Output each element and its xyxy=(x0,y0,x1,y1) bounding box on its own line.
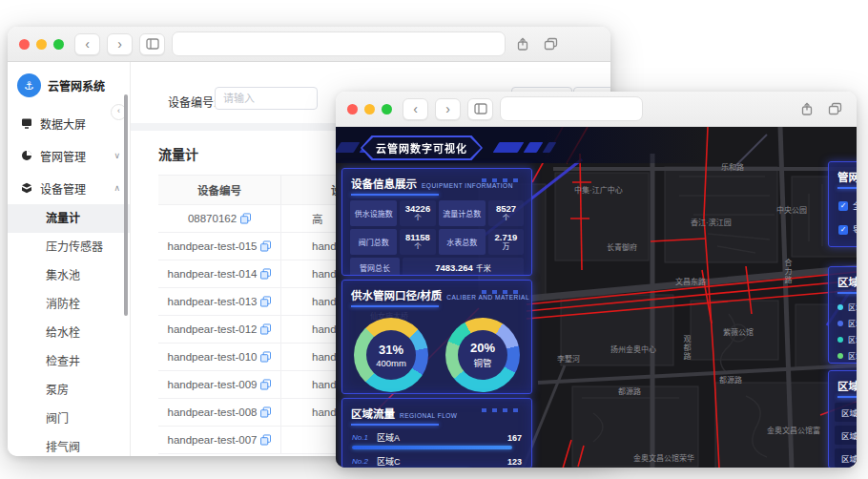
device-id: handpear-test-013 xyxy=(168,296,258,307)
stat-label: 流量计总数 xyxy=(439,200,486,226)
address-bar[interactable] xyxy=(172,31,506,56)
sidebar-subitem-fire-hydrant[interactable]: 消防栓 xyxy=(8,290,130,319)
copy-icon[interactable] xyxy=(260,296,271,307)
panel-equipment-info: 设备信息展示 EQUIPMENT INFORMATION 供水设施数 34226… xyxy=(341,168,532,276)
sidebar-subitem-pressure-sensor[interactable]: 压力传感器 xyxy=(8,233,130,261)
sidebar-subitem-exhaust-valve[interactable]: 排气阀 xyxy=(8,433,130,456)
sidebar-subitem-flowmeter[interactable]: 流量计 xyxy=(8,204,130,233)
legend-item[interactable]: 区域A xyxy=(829,299,857,315)
front-browser-toolbar: ‹ › xyxy=(336,92,857,127)
legend-dot xyxy=(837,304,843,310)
topbar-decoration xyxy=(543,142,557,153)
sidebar-subitem-sump[interactable]: 集水池 xyxy=(8,261,130,290)
front-browser-window: ‹ › xyxy=(336,92,857,468)
caliber-donut-chart[interactable]: 31% 400mm xyxy=(354,318,428,392)
legend-dot xyxy=(837,353,843,359)
tab-overview-icon[interactable] xyxy=(540,33,561,54)
copy-icon[interactable] xyxy=(260,268,271,280)
legend-label: 区域D xyxy=(848,350,857,361)
legend-item[interactable]: 区域B xyxy=(829,315,857,331)
forward-button[interactable]: › xyxy=(107,33,133,55)
forward-button[interactable]: › xyxy=(435,98,461,120)
zoom-window-button[interactable] xyxy=(382,104,392,115)
back-button[interactable]: ‹ xyxy=(74,33,100,55)
sidebar-toggle-icon[interactable] xyxy=(139,33,165,55)
map-label: 紫薇公馆 xyxy=(723,326,754,337)
dashboard-title: 云管网数字可视化 xyxy=(362,137,481,158)
dashboard: 乐和路中集·江广中心中央公园香江·滨江园长青御府文昌东路合力路仙女庙大桥紫薇公馆… xyxy=(336,127,857,468)
sidebar-subitem-pump-house[interactable]: 泵房 xyxy=(8,376,130,405)
layer-checkbox-select-all[interactable]: ✓ 全选 xyxy=(829,194,857,218)
pipe-network-icon xyxy=(21,150,32,161)
sidebar-toggle-icon[interactable] xyxy=(467,98,493,120)
sidebar-subitem-valve[interactable]: 阀门 xyxy=(8,405,130,433)
back-browser-toolbar: ‹ › xyxy=(8,27,610,62)
stat-label: 阀门总数 xyxy=(350,229,397,255)
flow-region-name: 区域A xyxy=(377,431,400,444)
device-id: handpear-test-009 xyxy=(168,379,258,390)
sidebar-subitem-water-hydrant[interactable]: 给水栓 xyxy=(8,319,130,347)
device-id-input[interactable] xyxy=(215,87,318,110)
copy-icon[interactable] xyxy=(260,240,271,252)
panel-title-underline xyxy=(837,187,857,189)
copy-icon[interactable] xyxy=(260,379,271,390)
donut-label: 400mm xyxy=(376,358,406,368)
panel-subtitle: CALIBER AND MATERIAL xyxy=(446,294,529,301)
legend-label: 区域C xyxy=(848,334,857,344)
panel-title-underline xyxy=(351,305,439,307)
minimize-window-button[interactable] xyxy=(364,104,375,115)
copy-icon[interactable] xyxy=(240,213,251,224)
sidebar-subitem-inspection-well[interactable]: 检查井 xyxy=(8,347,130,376)
stat-unit: 个 xyxy=(414,215,422,223)
copy-icon[interactable] xyxy=(260,323,271,335)
map-label: 中央公园 xyxy=(776,204,807,215)
region-list-item[interactable]: 区域D xyxy=(835,448,857,468)
layer-checkbox-import[interactable]: ✓ 导入 xyxy=(829,218,857,241)
tab-overview-icon[interactable] xyxy=(824,98,845,119)
address-bar[interactable] xyxy=(500,96,643,121)
map-label: 合力路 xyxy=(782,259,793,284)
panel-title-underline xyxy=(351,424,439,426)
region-list-item[interactable]: 区域B xyxy=(835,403,857,422)
panel-regional-flow: 区域流量 REGIONAL FLOW No.1 区域A 167 No.2 区域C… xyxy=(341,398,532,468)
stat-value: 7483.264 xyxy=(435,262,473,273)
panel-title: 区域统计 xyxy=(837,274,857,289)
sidebar-item-device-management[interactable]: 设备管理 ∧ xyxy=(8,172,130,204)
sidebar-item-pipe-management[interactable]: 管网管理 ∨ xyxy=(8,139,130,172)
copy-icon[interactable] xyxy=(260,434,271,446)
panel-title: 区域流量 xyxy=(837,378,857,393)
map-label: 都源路 xyxy=(719,374,742,385)
checkbox-checked-icon[interactable]: ✓ xyxy=(838,201,848,211)
checkbox-checked-icon[interactable]: ✓ xyxy=(838,225,848,235)
topbar-decoration xyxy=(524,142,544,153)
panel-title: 设备信息展示 xyxy=(351,176,417,191)
flow-rank: No.2 xyxy=(352,457,377,466)
flow-region-name: 区域C xyxy=(377,455,401,468)
flow-rank: No.1 xyxy=(352,433,377,442)
copy-icon[interactable] xyxy=(260,406,271,418)
legend-item[interactable]: 区域C xyxy=(829,331,857,347)
map-label: 扬州金奥中心 xyxy=(610,344,656,354)
close-window-button[interactable] xyxy=(347,104,358,115)
copy-icon[interactable] xyxy=(260,351,271,363)
flow-value: 123 xyxy=(507,457,522,467)
flow-row[interactable]: No.1 区域A 167 xyxy=(342,430,531,445)
region-list-item[interactable]: 区域C xyxy=(835,426,857,445)
app-logo-row: ⚓ 云管网系统 xyxy=(8,62,130,107)
map-label: 李墅河 xyxy=(557,353,580,364)
donut-percent: 20% xyxy=(470,341,495,355)
minimize-window-button[interactable] xyxy=(36,39,47,50)
share-icon[interactable] xyxy=(796,98,817,119)
share-icon[interactable] xyxy=(512,33,533,54)
map-label: 金奥文昌公馆富 xyxy=(767,425,820,435)
sidebar-scrollbar[interactable] xyxy=(124,94,128,316)
zoom-window-button[interactable] xyxy=(53,39,64,50)
close-window-button[interactable] xyxy=(19,39,30,50)
equipment-stats: 供水设施数 34226个 流量计总数 8527个 阀门总数 81158个 水表总… xyxy=(342,200,531,276)
legend-item[interactable]: 区域D xyxy=(829,347,857,364)
back-button[interactable]: ‹ xyxy=(403,98,428,120)
device-id: handpear-test-014 xyxy=(168,268,258,280)
flow-row[interactable]: No.2 区域C 123 xyxy=(342,454,531,468)
panel-header-decoration xyxy=(482,290,524,294)
material-donut-chart[interactable]: 20% 铜管 xyxy=(445,318,520,392)
